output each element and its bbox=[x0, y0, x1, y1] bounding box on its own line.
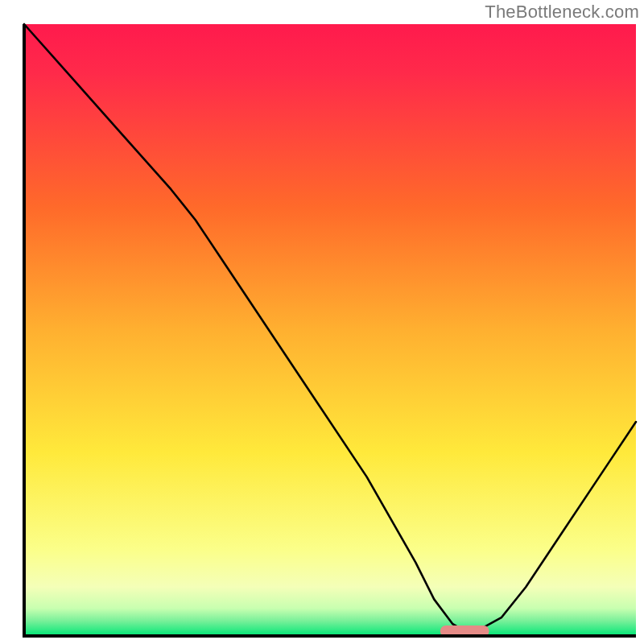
watermark-text: TheBottleneck.com bbox=[485, 2, 639, 23]
plot-background bbox=[24, 24, 636, 636]
chart-svg bbox=[0, 0, 644, 644]
chart-container: TheBottleneck.com bbox=[0, 0, 644, 644]
